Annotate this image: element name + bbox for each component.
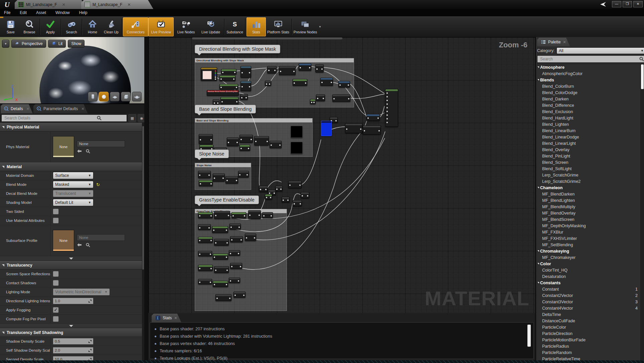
input-pin[interactable]: [339, 84, 341, 86]
use-selected-arrow-icon[interactable]: [77, 243, 82, 247]
material-domain-dropdown[interactable]: Surface▼: [53, 172, 94, 179]
palette-item-mf_blendlighten[interactable]: MF_BlendLighten: [537, 197, 640, 204]
input-pin[interactable]: [367, 117, 369, 119]
graph-node[interactable]: [213, 99, 219, 105]
input-pin[interactable]: [386, 96, 388, 97]
palette-item-deltatime[interactable]: DeltaTime: [537, 311, 640, 318]
graph-node[interactable]: [199, 134, 213, 144]
input-pin[interactable]: [199, 227, 200, 229]
document-tab-material[interactable]: M_Landscape_F ✕: [81, 0, 153, 9]
output-pin[interactable]: [293, 71, 295, 72]
output-pin[interactable]: [251, 139, 252, 140]
output-pin[interactable]: [331, 82, 332, 83]
input-pin[interactable]: [214, 102, 215, 104]
input-pin[interactable]: [266, 83, 267, 85]
palette-scrollbar[interactable]: [641, 64, 644, 363]
graph-node[interactable]: [291, 126, 303, 138]
input-pin[interactable]: [271, 144, 272, 146]
input-pin[interactable]: [263, 215, 265, 217]
input-pin[interactable]: [199, 268, 200, 269]
graph-node[interactable]: [230, 263, 242, 269]
tab-close-icon[interactable]: ✕: [26, 107, 29, 111]
palette-item-blend_linearlight[interactable]: Blend_LinearLight: [537, 140, 640, 146]
output-pin[interactable]: [249, 86, 250, 87]
graph-node[interactable]: [301, 192, 309, 198]
minimize-button[interactable]: —: [612, 1, 621, 7]
toolbar-live-update-button[interactable]: Live Update: [198, 17, 223, 36]
input-pin[interactable]: [240, 148, 242, 149]
output-pin[interactable]: [305, 82, 306, 84]
toolbar-connectors-button[interactable]: Connectors: [123, 17, 148, 36]
graph-node[interactable]: [239, 145, 250, 151]
toolbar-search-button[interactable]: Search: [62, 17, 81, 36]
graph-node[interactable]: [229, 224, 241, 230]
input-pin[interactable]: [199, 254, 200, 255]
graph-node[interactable]: [220, 97, 238, 105]
input-pin[interactable]: [311, 102, 312, 103]
palette-item-blend_difference[interactable]: Blend_Difference: [537, 102, 640, 108]
output-pin[interactable]: [280, 189, 282, 190]
graph-node[interactable]: [345, 123, 362, 133]
toolbar-platform-stats-button[interactable]: Platform Stats: [266, 17, 291, 36]
input-pin[interactable]: [214, 284, 215, 285]
output-pin[interactable]: [249, 72, 250, 73]
graph-node[interactable]: [267, 66, 277, 73]
tab-close-icon[interactable]: ✕: [127, 2, 131, 7]
menu-item-edit[interactable]: Edit: [20, 10, 27, 15]
details-scrollbar[interactable]: [142, 123, 144, 363]
palette-item-blend_lineardodge[interactable]: Blend_LinearDodge: [537, 134, 640, 140]
graph-node[interactable]: [288, 181, 302, 188]
graph-node[interactable]: [230, 236, 243, 242]
input-pin[interactable]: [268, 70, 270, 71]
palette-category-chameleon[interactable]: Chameleon: [537, 185, 640, 191]
toolbar-apply-button[interactable]: Apply: [41, 17, 60, 36]
palette-search-input[interactable]: [537, 55, 644, 63]
palette-category-color[interactable]: Color: [537, 261, 640, 267]
asset-value-dropdown[interactable]: None: [77, 140, 125, 147]
view-options-eye-icon[interactable]: ◉: [138, 114, 144, 122]
output-pin[interactable]: [210, 282, 211, 283]
input-pin[interactable]: [199, 240, 200, 241]
output-pin[interactable]: [243, 295, 245, 296]
palette-item-blend_pinlight[interactable]: Blend_PinLight: [537, 153, 640, 159]
graph-node[interactable]: [213, 173, 225, 182]
palette-item-lerp_scratchgrime[interactable]: Lerp_ScratchGrime: [537, 172, 640, 178]
palette-item-blend_colordodge[interactable]: Blend_ColorDodge: [537, 89, 640, 96]
graph-node[interactable]: [201, 67, 217, 81]
graph-node[interactable]: [320, 78, 333, 86]
output-pin[interactable]: [217, 102, 218, 104]
palette-item-constant3vector[interactable]: Constant3Vector3: [537, 299, 640, 305]
input-pin[interactable]: [214, 177, 215, 179]
output-pin[interactable]: [300, 203, 301, 205]
palette-item-mf_fxhsvlimiter[interactable]: MF_FXHSVLimiter: [537, 235, 640, 242]
asset-thumbnail[interactable]: None: [53, 136, 74, 157]
viewport-lit-button[interactable]: Lit: [48, 40, 66, 48]
palette-category-constants[interactable]: Constants: [537, 280, 640, 286]
palette-item-mf_depthonlymasking[interactable]: MF_DepthOnlyMasking: [537, 223, 640, 229]
output-pin[interactable]: [335, 120, 337, 121]
tab-close-icon[interactable]: ✕: [81, 107, 84, 111]
output-pin[interactable]: [274, 193, 275, 194]
input-pin[interactable]: [386, 111, 388, 112]
input-pin[interactable]: [239, 174, 240, 175]
input-pin[interactable]: [232, 215, 234, 217]
output-pin[interactable]: [210, 215, 212, 217]
details-search-input[interactable]: [1, 114, 127, 122]
toolbar-browse-button[interactable]: Browse: [20, 17, 39, 36]
output-pin[interactable]: [309, 67, 310, 68]
palette-category-chromakeying[interactable]: Chromakeying: [537, 248, 640, 254]
preview-shape-teapot-button[interactable]: [132, 92, 142, 101]
preview-shape-sphere-button[interactable]: [99, 92, 109, 101]
preview-shape-plane-button[interactable]: [110, 92, 120, 101]
property-matrix-icon[interactable]: ▦: [128, 114, 136, 122]
output-pin[interactable]: [248, 148, 249, 149]
viewport-perspective-button[interactable]: Perspective: [11, 40, 46, 48]
palette-tab-close-icon[interactable]: ✕: [563, 40, 566, 44]
material-graph-canvas[interactable]: Zoom -6 MATERIAL Directional Blending wi…: [148, 37, 536, 314]
graph-node[interactable]: [198, 237, 213, 243]
graph-node[interactable]: [310, 99, 316, 104]
toolbar-stats-button[interactable]: Stats: [247, 17, 266, 36]
comment-bubble-2[interactable]: Base and Slope Blending: [195, 105, 256, 113]
output-pin[interactable]: [226, 284, 227, 285]
output-pin[interactable]: [228, 215, 229, 216]
